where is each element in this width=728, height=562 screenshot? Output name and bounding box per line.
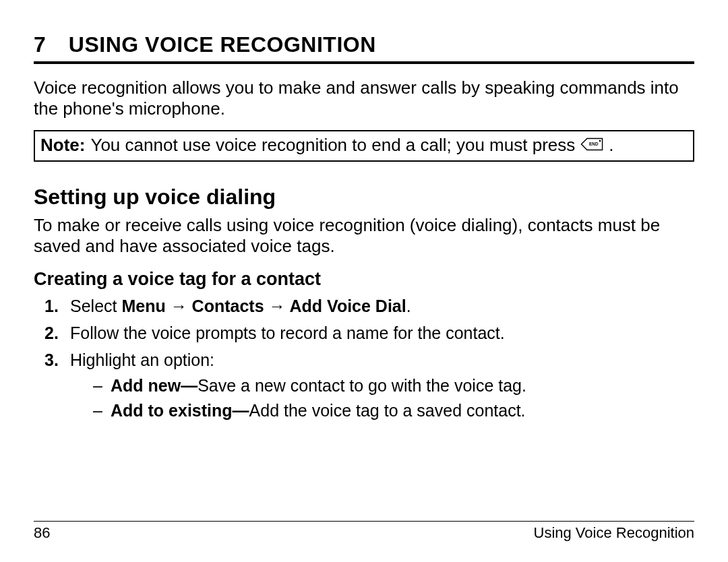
- list-item: – Add new—Save a new contact to go with …: [70, 375, 694, 398]
- step-tail: .: [406, 296, 411, 315]
- note-text-after: .: [609, 134, 613, 156]
- list-item: 2. Follow the voice prompts to record a …: [34, 322, 694, 345]
- chapter-title: USING VOICE RECOGNITION: [69, 32, 376, 57]
- note-label: Note:: [40, 134, 85, 156]
- list-item: 1. Select Menu → Contacts → Add Voice Di…: [34, 295, 694, 318]
- footer-section-name: Using Voice Recognition: [534, 524, 694, 542]
- page-number: 86: [34, 524, 50, 542]
- bullet-dash: –: [93, 375, 102, 398]
- subsection-heading: Creating a voice tag for a contact: [34, 269, 694, 290]
- step-number: 2.: [44, 322, 59, 345]
- page-footer: 86 Using Voice Recognition: [34, 521, 694, 542]
- sub-text-b: a new contact to go with the voice tag.: [236, 376, 526, 395]
- step-text: Select: [70, 296, 121, 315]
- svg-text:END: END: [589, 142, 599, 147]
- step-bold: Menu → Contacts → Add Voice Dial: [121, 296, 406, 315]
- section-heading: Setting up voice dialing: [34, 185, 694, 210]
- step-number: 3.: [44, 349, 59, 372]
- steps-list: 1. Select Menu → Contacts → Add Voice Di…: [34, 295, 694, 427]
- step-text: Highlight an option:: [70, 350, 214, 369]
- bullet-dash: –: [93, 400, 102, 423]
- step-text: Follow the voice prompts to record a nam…: [70, 323, 505, 342]
- manual-page: 7 USING VOICE RECOGNITION Voice recognit…: [0, 0, 728, 562]
- step-number: 1.: [44, 295, 59, 318]
- note-box: Note: You cannot use voice recognition t…: [34, 130, 694, 162]
- sub-list: – Add new—Save a new contact to go with …: [70, 375, 694, 423]
- sub-bold: Add new—: [111, 376, 198, 395]
- end-key-icon: END: [580, 137, 603, 151]
- chapter-number: 7: [34, 32, 46, 57]
- list-item: – Add to existing—Add the voice tag to a…: [70, 400, 694, 423]
- list-item: 3. Highlight an option: – Add new—Save a…: [34, 349, 694, 423]
- sub-text-a: Add the voice tag to a saved contact.: [249, 401, 526, 420]
- section-paragraph: To make or receive calls using voice rec…: [34, 215, 694, 257]
- intro-paragraph: Voice recognition allows you to make and…: [34, 77, 694, 119]
- sub-text-a: Save: [198, 376, 236, 395]
- chapter-heading: 7 USING VOICE RECOGNITION: [34, 32, 694, 64]
- svg-point-1: [599, 140, 601, 142]
- sub-bold: Add to existing—: [111, 401, 249, 420]
- note-text: You cannot use voice recognition to end …: [90, 134, 575, 156]
